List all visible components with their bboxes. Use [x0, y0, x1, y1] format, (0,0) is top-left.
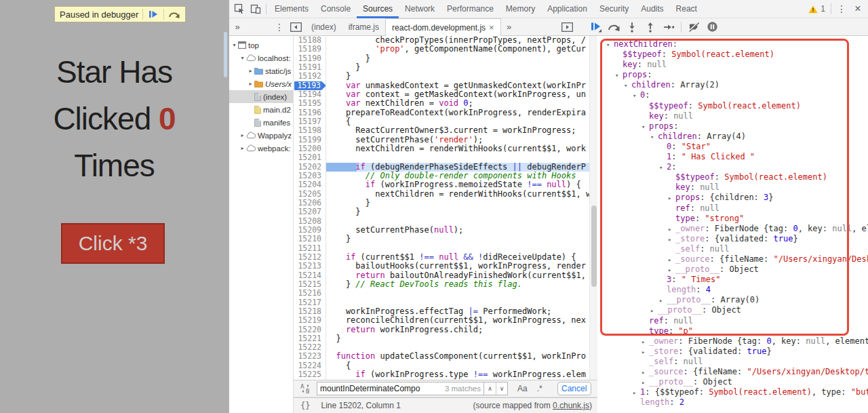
- scope-row[interactable]: 0: "Star": [597, 142, 868, 152]
- scope-row[interactable]: ▾nextChildren:: [597, 39, 868, 50]
- line-number[interactable]: 15208: [294, 217, 326, 226]
- line-number[interactable]: 15203: [294, 172, 326, 180]
- collapse-icon[interactable]: ▾: [650, 132, 658, 142]
- scope-row[interactable]: key: null: [597, 182, 868, 193]
- breakpoint-line-number[interactable]: 15193: [294, 81, 326, 90]
- cancel-button[interactable]: Cancel: [557, 382, 591, 395]
- scope-row[interactable]: ▸_source: {fileName: "/Users/xingyan/Des…: [597, 254, 868, 264]
- scope-row[interactable]: ▾children: Array(4): [597, 132, 868, 142]
- line-number[interactable]: 15205: [294, 190, 326, 199]
- scope-row[interactable]: key: null: [597, 111, 868, 121]
- expand-icon[interactable]: ▸: [659, 296, 667, 306]
- scope-row[interactable]: ▸_store: {validated: true}: [597, 347, 868, 357]
- main-tab-elements[interactable]: Elements: [269, 0, 315, 18]
- toggle-debugger-sidebar-icon[interactable]: [559, 19, 575, 35]
- scope-row[interactable]: ▸_owner: FiberNode {tag: 0, key: null, e…: [597, 224, 868, 234]
- file-tab-iframe-js[interactable]: iframe.js: [342, 18, 385, 35]
- collapse-icon[interactable]: ▾: [231, 42, 237, 48]
- pause-on-exceptions-icon[interactable]: [704, 19, 720, 35]
- line-number[interactable]: 15198: [294, 126, 326, 135]
- line-number[interactable]: 15221: [294, 334, 326, 343]
- navigator-item-manifes[interactable]: manifes: [229, 116, 293, 129]
- scope-row[interactable]: $$typeof: Symbol(react.element): [597, 172, 868, 182]
- page-scrollbar[interactable]: [224, 32, 227, 77]
- main-tab-application[interactable]: Application: [541, 0, 593, 18]
- next-match-icon[interactable]: ∨: [496, 382, 507, 395]
- scope-row[interactable]: ▸__proto__: Object: [597, 264, 868, 275]
- line-number[interactable]: 15213: [294, 262, 326, 271]
- line-number[interactable]: 15204: [294, 180, 326, 189]
- resume-script-icon[interactable]: [587, 19, 604, 35]
- navigator-item-users-x[interactable]: ▸Users/x: [229, 77, 293, 90]
- scope-row[interactable]: ▸_source: {fileName: "/Users/xingyan/Des…: [597, 367, 868, 377]
- line-number[interactable]: 15225: [294, 370, 326, 379]
- collapse-icon[interactable]: ▾: [239, 55, 245, 61]
- scope-row[interactable]: ▸__proto__: Array(0): [597, 295, 868, 305]
- line-number[interactable]: 15218: [294, 307, 326, 316]
- warning-badge[interactable]: 1: [805, 4, 829, 14]
- main-tab-sources[interactable]: Sources: [357, 0, 399, 18]
- line-number[interactable]: 15201: [294, 153, 326, 162]
- expand-icon[interactable]: ▸: [668, 265, 675, 275]
- expand-icon[interactable]: ▸: [248, 81, 254, 87]
- line-number[interactable]: 15211: [294, 244, 326, 253]
- regex-button[interactable]: .*: [537, 384, 542, 393]
- line-number[interactable]: 15207: [294, 208, 326, 216]
- expand-icon[interactable]: ▸: [668, 193, 675, 203]
- scope-row[interactable]: _self: null: [597, 244, 868, 254]
- main-tab-security[interactable]: Security: [593, 0, 635, 18]
- main-tab-console[interactable]: Console: [315, 0, 357, 18]
- scope-row[interactable]: key: null: [597, 60, 868, 70]
- line-number[interactable]: 15202: [294, 163, 326, 172]
- line-number[interactable]: 15188: [294, 36, 326, 45]
- step-over-icon[interactable]: [168, 8, 180, 20]
- scope-row[interactable]: ▾2:: [597, 162, 868, 172]
- chunk-link[interactable]: 0.chunk.js: [553, 401, 589, 410]
- collapse-icon[interactable]: ▾: [606, 40, 614, 50]
- inspect-element-icon[interactable]: [231, 1, 248, 17]
- main-tab-memory[interactable]: Memory: [500, 0, 541, 18]
- scope-row[interactable]: ▸__proto__: Object: [597, 305, 868, 315]
- device-toolbar-icon[interactable]: [248, 1, 264, 17]
- file-tab-index[interactable]: (index): [305, 18, 342, 35]
- line-number[interactable]: 15189: [294, 45, 326, 54]
- step-over-icon[interactable]: [606, 19, 622, 35]
- line-number[interactable]: 15224: [294, 361, 326, 370]
- main-tab-network[interactable]: Network: [399, 0, 441, 18]
- expand-icon[interactable]: ▸: [642, 347, 649, 357]
- more-panels-icon[interactable]: »: [229, 19, 245, 35]
- line-number[interactable]: 15223: [294, 352, 326, 361]
- line-number[interactable]: 15199: [294, 136, 326, 144]
- search-replace-icon[interactable]: AB: [298, 380, 314, 397]
- scope-row[interactable]: 3: " Times": [597, 275, 868, 285]
- more-file-tabs-icon[interactable]: »: [501, 19, 517, 35]
- collapse-icon[interactable]: ▾: [624, 81, 631, 91]
- editor-scrollbar[interactable]: [589, 36, 597, 380]
- line-number[interactable]: 15214: [294, 271, 326, 280]
- line-number[interactable]: 15196: [294, 109, 326, 117]
- scope-row[interactable]: ▸_store: {validated: true}: [597, 234, 868, 244]
- main-tab-react[interactable]: React: [670, 0, 703, 18]
- expand-icon[interactable]: ▸: [642, 378, 649, 388]
- line-number[interactable]: 15200: [294, 144, 326, 153]
- expand-icon[interactable]: ▸: [642, 368, 649, 378]
- expand-icon[interactable]: ▸: [633, 388, 640, 398]
- resume-script-icon[interactable]: [147, 8, 159, 20]
- navigator-item-wappalyz[interactable]: ▸Wappalyz: [229, 129, 293, 142]
- toggle-navigator-icon[interactable]: [288, 19, 304, 35]
- expand-icon[interactable]: ▸: [650, 306, 658, 316]
- scope-row[interactable]: ▸__proto__: Object: [597, 377, 868, 387]
- match-case-button[interactable]: Aa: [517, 384, 528, 393]
- line-number[interactable]: 15220: [294, 326, 326, 334]
- scope-row[interactable]: _self: null: [597, 357, 868, 367]
- line-number[interactable]: 15194: [294, 90, 326, 99]
- search-input[interactable]: [317, 384, 445, 393]
- expand-icon[interactable]: ▸: [248, 68, 254, 74]
- scope-row[interactable]: ▾children: Array(2): [597, 80, 868, 90]
- scope-row[interactable]: type: "p": [597, 326, 868, 336]
- devtools-menu-icon[interactable]: ⋮: [833, 1, 850, 17]
- line-number[interactable]: 15191: [294, 63, 326, 72]
- deactivate-breakpoints-icon[interactable]: [686, 19, 702, 35]
- scope-row[interactable]: ▸1: {$$typeof: Symbol(react.element), ty…: [597, 387, 868, 397]
- scope-row[interactable]: ▾props:: [597, 121, 868, 132]
